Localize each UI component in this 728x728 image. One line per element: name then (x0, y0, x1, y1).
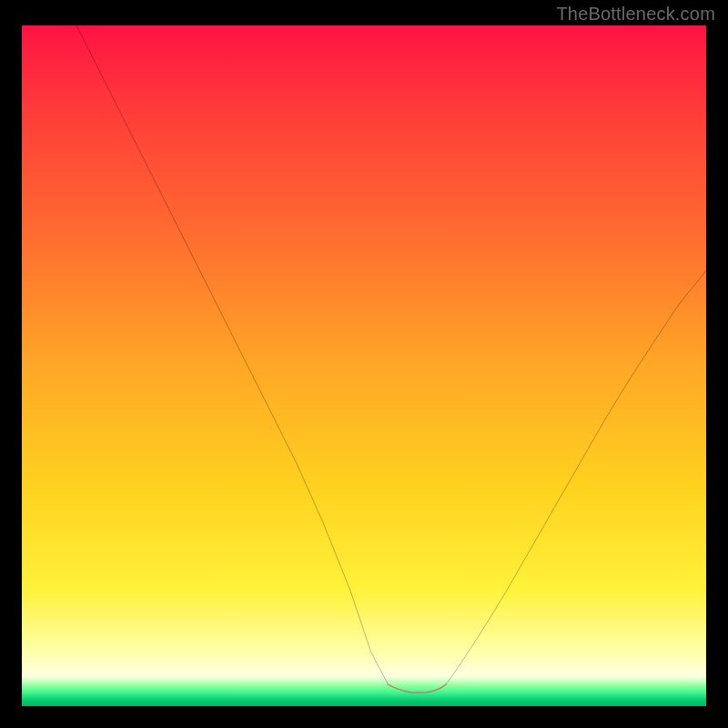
branding-watermark: TheBottleneck.com (556, 4, 715, 25)
curve-right-branch (446, 270, 706, 684)
curve-layer (22, 25, 706, 706)
curve-left-branch (76, 25, 388, 684)
plot-area (22, 25, 706, 706)
curve-valley-floor (388, 684, 446, 693)
chart-frame: TheBottleneck.com (0, 0, 728, 728)
